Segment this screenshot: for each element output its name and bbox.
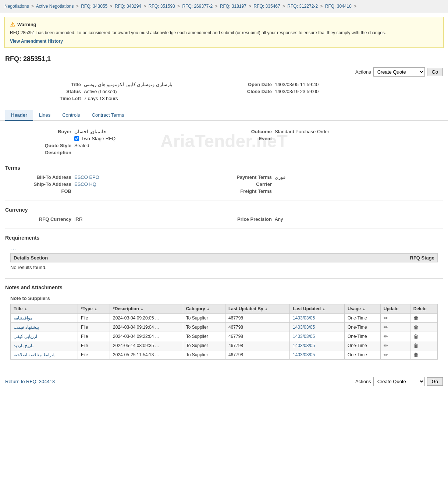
update-icon[interactable]: ✏: [384, 324, 388, 330]
rfq-info-section: Title بازسازي ونوسازي كابين لكوموتيو هاي…: [0, 79, 448, 106]
ship-to-label: Ship-To Address: [27, 181, 71, 187]
breadcrumb-rfq-343294[interactable]: RFQ: 343294: [115, 4, 141, 9]
note-title-link[interactable]: ارزيابي كيفي: [14, 334, 37, 339]
actions-label: Actions: [355, 69, 371, 75]
note-title-cell: ارزيابي كيفي: [11, 332, 78, 341]
note-update-cell[interactable]: ✏: [380, 341, 410, 350]
col-title[interactable]: Title ▲: [11, 304, 78, 314]
req-col-details: Details Section: [14, 255, 224, 261]
note-delete-cell[interactable]: 🗑: [410, 341, 437, 350]
usage-sort-icon: ▲: [362, 307, 366, 311]
note-cat-cell: To Supplier: [183, 350, 225, 360]
col-category[interactable]: Category ▲: [183, 304, 225, 314]
breadcrumb-negotiations[interactable]: Negotiations: [4, 4, 29, 9]
note-update-cell[interactable]: ✏: [380, 332, 410, 341]
ship-to-value[interactable]: ESCO HQ: [74, 181, 96, 187]
col-delete: Delete: [410, 304, 437, 314]
warning-box: ⚠ Warning RFQ 285351 has been amended. T…: [4, 17, 444, 48]
note-delete-cell[interactable]: 🗑: [410, 314, 437, 323]
note-title-link[interactable]: شرايط مناقصه اصلاحيه: [14, 352, 56, 357]
col-usage[interactable]: Usage ▲: [344, 304, 380, 314]
note-delete-cell[interactable]: 🗑: [410, 350, 437, 360]
note-lu-cell: 1403/03/05: [290, 323, 345, 332]
title-label: Title: [37, 82, 81, 87]
col-type[interactable]: *Type ▲: [78, 304, 110, 314]
actions-select[interactable]: Create Quote: [373, 67, 425, 77]
title-value: بازسازي ونوسازي كابين لكوموتيو هاي روسي: [84, 82, 173, 87]
note-cat-cell: To Supplier: [183, 341, 225, 350]
update-icon[interactable]: ✏: [384, 333, 388, 339]
update-icon[interactable]: ✏: [384, 315, 388, 321]
rfq-currency-value: IRR: [74, 216, 82, 222]
tab-lines[interactable]: Lines: [33, 110, 56, 121]
col-description[interactable]: *Description ▲: [110, 304, 183, 314]
buyer-label: Buyer: [27, 129, 71, 134]
rfq-currency-row: RFQ Currency IRR: [27, 216, 220, 223]
breadcrumb-rfq-351593[interactable]: RFQ: 351593: [149, 4, 175, 9]
bottom-go-button[interactable]: Go: [427, 377, 443, 386]
bill-to-label: Bill-To Address: [27, 174, 71, 180]
bottom-actions-select[interactable]: Create Quote: [373, 377, 425, 386]
delete-icon[interactable]: 🗑: [413, 352, 419, 358]
note-title-link[interactable]: تاريخ بازديد: [14, 343, 33, 348]
delete-icon[interactable]: 🗑: [413, 315, 419, 321]
breadcrumb-rfq-343055[interactable]: RFQ: 343055: [81, 4, 107, 9]
note-title-cell: تاريخ بازديد: [11, 341, 78, 350]
requirements-section: Requirements ... Details Section RFQ Sta…: [0, 231, 448, 276]
view-amendment-history-link[interactable]: View Amendment History: [10, 39, 63, 44]
actions-bar: Actions Create Quote Go: [0, 65, 448, 79]
col-last-updated[interactable]: Last Updated ▲: [290, 304, 345, 314]
delete-icon[interactable]: 🗑: [413, 333, 419, 339]
desc-sort-icon: ▲: [140, 307, 144, 311]
notes-title: Notes and Attachments: [5, 285, 443, 290]
note-title-cell: موافقتنامه: [11, 314, 78, 323]
two-stage-row: Two-Stage RFQ: [27, 135, 220, 142]
description-label: Description: [27, 150, 71, 155]
tab-contract-terms[interactable]: Contract Terms: [86, 110, 130, 121]
status-row: Status Active (Locked): [37, 88, 220, 95]
delete-icon[interactable]: 🗑: [413, 324, 419, 330]
header-section: AriaTender.neT Buyer خانميان, احسان Two-…: [0, 121, 448, 161]
return-link[interactable]: Return to RFQ: 304418: [5, 379, 55, 384]
bottom-actions-label: Actions: [355, 379, 371, 384]
note-update-cell[interactable]: ✏: [380, 350, 410, 360]
terms-title: Terms: [5, 165, 443, 171]
currency-title: Currency: [5, 207, 443, 213]
breadcrumb-rfq-318197[interactable]: RFQ: 318197: [220, 4, 246, 9]
table-row: پيشنهاد قيمت File 2024-03-04 09:19:04 ..…: [11, 323, 438, 332]
rfq-currency-label: RFQ Currency: [27, 216, 71, 222]
breadcrumb-rfq-312272[interactable]: RFQ: 312272-2: [287, 4, 318, 9]
breadcrumb-rfq-335467[interactable]: RFQ: 335467: [254, 4, 280, 9]
note-delete-cell[interactable]: 🗑: [410, 332, 437, 341]
delete-icon[interactable]: 🗑: [413, 343, 419, 349]
breadcrumb-active-negotiations[interactable]: Active Negotiations: [36, 4, 74, 9]
note-lu-cell: 1403/03/05: [290, 314, 345, 323]
tab-controls[interactable]: Controls: [56, 110, 86, 121]
breadcrumb-rfq-304418[interactable]: RFQ: 304418: [325, 4, 352, 9]
update-icon[interactable]: ✏: [384, 352, 388, 358]
note-usage-cell: One-Time: [344, 323, 380, 332]
note-update-cell[interactable]: ✏: [380, 323, 410, 332]
update-icon[interactable]: ✏: [384, 343, 388, 349]
freight-terms-row: Freight Terms: [228, 188, 421, 195]
note-update-cell[interactable]: ✏: [380, 314, 410, 323]
table-row: ارزيابي كيفي File 2024-03-04 09:22:04 ..…: [11, 332, 438, 341]
payment-terms-row: Payment Terms فوري: [228, 174, 421, 181]
two-stage-checkbox[interactable]: [74, 136, 79, 141]
price-precision-label: Price Precision: [228, 216, 272, 222]
two-stage-label: Two-Stage RFQ: [81, 136, 115, 141]
cat-sort-icon: ▲: [206, 307, 210, 311]
lu-sort-icon: ▲: [322, 307, 326, 311]
bill-to-value[interactable]: ESCO EPO: [74, 174, 99, 180]
note-title-link[interactable]: پيشنهاد قيمت: [14, 325, 39, 330]
quote-style-value: Sealed: [74, 143, 89, 148]
breadcrumb-rfq-269377[interactable]: RFQ: 269377-2: [182, 4, 213, 9]
requirements-dots[interactable]: ...: [5, 244, 443, 253]
tab-header[interactable]: Header: [5, 110, 33, 121]
note-delete-cell[interactable]: 🗑: [410, 323, 437, 332]
note-title-link[interactable]: موافقتنامه: [14, 315, 32, 321]
note-to-suppliers-label: Note to Suppliers: [5, 293, 443, 302]
go-button[interactable]: Go: [427, 68, 443, 76]
col-last-updated-by[interactable]: Last Updated By ▲: [225, 304, 289, 314]
warning-title-text: Warning: [17, 22, 36, 27]
